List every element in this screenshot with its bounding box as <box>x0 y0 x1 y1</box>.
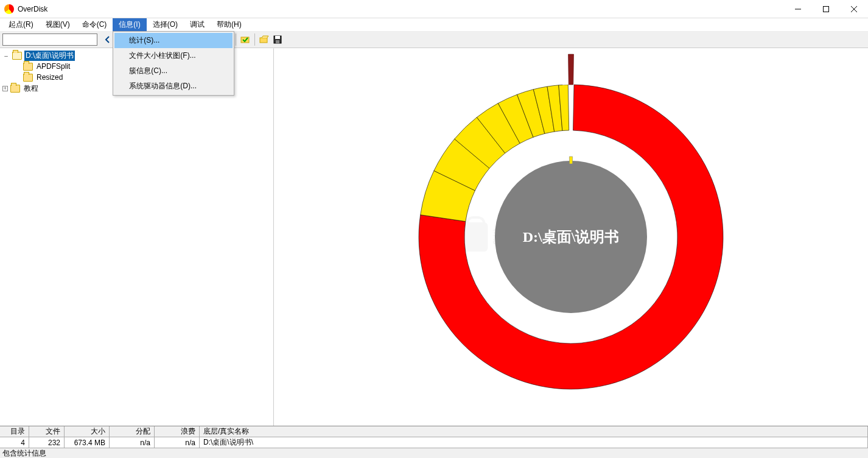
folder-check-icon[interactable] <box>239 33 251 46</box>
menu-info-histogram[interactable]: 文件大小柱状图(F)... <box>114 48 233 63</box>
folder-icon <box>12 52 22 60</box>
client-area: – D:\桌面\说明书 APDFSplit Resized + 教程 安下载 a… <box>0 48 868 426</box>
folder-icon <box>23 63 33 71</box>
status-bar: 包含统计信息 <box>0 448 868 458</box>
stats-h-waste: 浪费 <box>155 426 200 437</box>
tree-root-label: D:\桌面\说明书 <box>24 51 75 61</box>
stats-v-size: 673.4 MB <box>65 437 110 448</box>
stats-h-alloc: 分配 <box>110 426 155 437</box>
toolbar-sep-5 <box>254 33 255 46</box>
close-button[interactable] <box>840 0 868 18</box>
tree-item-label: Resized <box>35 73 64 82</box>
menu-help[interactable]: 帮助(H) <box>211 18 248 31</box>
save-icon[interactable] <box>271 33 284 46</box>
back-button[interactable] <box>102 33 114 46</box>
menu-info-drives[interactable]: 系统驱动器信息(D)... <box>114 79 233 94</box>
menu-select[interactable]: 选择(O) <box>147 18 184 31</box>
menu-debug[interactable]: 调试 <box>184 18 211 31</box>
tree-panel[interactable]: – D:\桌面\说明书 APDFSplit Resized + 教程 <box>0 48 274 426</box>
menu-start[interactable]: 起点(R) <box>2 18 40 31</box>
tree-item-label: APDFSplit <box>35 62 71 71</box>
minimize-button[interactable] <box>784 0 812 18</box>
chart-panel[interactable]: 安下载 anxz.com D:\桌面\说明书 <box>274 48 868 426</box>
stats-v-alloc: n/a <box>110 437 155 448</box>
svg-rect-16 <box>275 36 280 39</box>
stats-h-file: 文件 <box>29 426 65 437</box>
stats-h-path: 底层/真实名称 <box>200 426 868 437</box>
svg-rect-14 <box>260 38 267 43</box>
svg-rect-17 <box>276 40 279 43</box>
chart-center-label: D:\桌面\说明书 <box>523 227 620 247</box>
stats-v-path: D:\桌面\说明书\ <box>200 437 868 448</box>
folder-icon <box>10 85 20 93</box>
folder-icon <box>23 74 33 82</box>
expand-icon[interactable]: + <box>2 86 8 91</box>
stats-bar: 目录 文件 大小 分配 浪费 底层/真实名称 4 232 673.4 MB n/… <box>0 426 868 448</box>
app-icon <box>4 4 14 14</box>
menu-view[interactable]: 视图(V) <box>40 18 76 31</box>
stats-v-dir: 4 <box>0 437 29 448</box>
maximize-button[interactable] <box>812 0 840 18</box>
tree-item-label: 教程 <box>23 83 40 94</box>
menu-info-stats[interactable]: 统计(S)... <box>114 33 233 48</box>
status-text: 包含统计信息 <box>2 448 46 459</box>
menu-cmd[interactable]: 命令(C) <box>76 18 113 31</box>
menubar: 起点(R) 视图(V) 命令(C) 信息(I) 统计(S)... 文件大小柱状图… <box>0 18 868 32</box>
stats-v-file: 232 <box>29 437 65 448</box>
menu-info-label: 信息(I) <box>119 19 140 30</box>
stats-h-dir: 目录 <box>0 426 29 437</box>
svg-rect-1 <box>824 6 829 12</box>
address-input[interactable] <box>2 33 97 46</box>
menu-info[interactable]: 信息(I) 统计(S)... 文件大小柱状图(F)... 簇信息(C)... 系… <box>113 18 146 31</box>
menu-info-dropdown: 统计(S)... 文件大小柱状图(F)... 簇信息(C)... 系统驱动器信息… <box>113 31 234 96</box>
open-icon[interactable] <box>258 33 270 46</box>
toolbar-sep-4 <box>236 33 236 46</box>
stats-v-waste: n/a <box>155 437 200 448</box>
expand-icon[interactable]: – <box>2 52 10 59</box>
stats-h-size: 大小 <box>65 426 110 437</box>
window-controls <box>784 0 868 18</box>
menu-info-cluster[interactable]: 簇信息(C)... <box>114 63 233 79</box>
window-title: OverDisk <box>18 5 784 13</box>
titlebar: OverDisk <box>0 0 868 18</box>
